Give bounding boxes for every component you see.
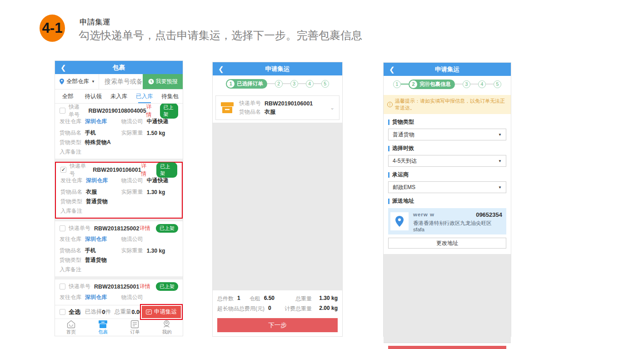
select-all-checkbox[interactable] [60,309,65,315]
tabbar-orders[interactable]: 订单 [119,319,151,336]
search-input[interactable]: 搜索单号或备注 [99,74,143,89]
tracking-no-label: 快递单号 [69,224,90,232]
bottom-tab-bar: 首页 包裹 订单 我的 [55,319,183,336]
phone-screen-package-info: ❮ 申请集运 1 2 完善包裹信息 3 4 5 ! 温馨提示：请如实填写申报信息… [383,62,511,337]
page-title: 申請集運 [80,17,110,27]
tabbar-orders-label: 订单 [130,329,140,335]
logistics-value: 中通快递 [147,118,169,125]
goods-name-label: 货物品名 [60,247,81,254]
step-label: 已选择订单 [237,80,263,87]
next-step-button[interactable]: 下一步 [217,318,338,332]
goods-name-label: 货物品名 [239,108,261,116]
warehouse-dropdown[interactable]: 全部仓库 ▼ [55,74,99,89]
user-icon [162,320,171,329]
tabbar-home-label: 首页 [66,329,76,335]
total-weight-value: 1.30 kg [319,295,338,303]
logistics-label: 物流公司 [121,235,143,243]
goods-name-value: 手机 [85,247,96,254]
clock-icon [148,79,154,85]
goods-type-label: 货物类型 [60,198,82,205]
carrier-select[interactable]: 邮政EMS ▼ [388,181,506,193]
warehouse-link[interactable]: 深圳仓库 [85,235,107,243]
package-checkbox[interactable] [60,284,65,289]
step-circle: 3 [290,80,298,88]
detail-link[interactable]: 详情 [140,224,150,232]
chevron-down-icon[interactable]: ⌄ [330,105,334,111]
tabbar-home[interactable]: 首页 [55,319,87,336]
apply-button-label: 申请集运 [154,308,177,316]
step-number: 1 [227,80,235,88]
detail-link[interactable]: 详情 [140,283,150,290]
step-circle-done: 1 [393,80,401,88]
filter-row: 全部仓库 ▼ 搜索单号或备注 我要预报 [55,74,183,90]
change-address-button[interactable]: 更改地址 [388,238,506,249]
phone-screen-package-list: ❮ 包裹 全部仓库 ▼ 搜索单号或备注 我要预报 全部 待认领 未入库 已入库 … [55,60,183,336]
tracking-no-value: RBW2018125001 [94,284,139,290]
billable-weight-label: 计费总重量 [285,305,312,313]
detail-link[interactable]: 详情 [141,162,151,178]
goods-type-select[interactable]: 普通货物 ▼ [388,129,506,140]
detail-link[interactable]: 详情 [146,104,155,119]
warehouse-label: 发往仓库 [60,294,81,301]
weight-label: 实际重量 [121,129,143,137]
location-pin-icon [395,216,404,227]
app-header: ❮ 申请集运 [213,62,342,75]
home-icon [66,320,76,329]
tracking-no-label: 快递单号 [69,104,85,119]
step-circle: 2 [275,80,283,88]
select-arrow-icon: ▼ [498,185,502,189]
cost-summary: 总件数1 仓租6.50 总重量1.30 kg 超长物品总费用(元)0 计费总重量… [213,290,342,315]
step-label: 完善包裹信息 [419,81,451,88]
total-pieces-label: 总件数 [217,295,234,303]
info-icon: ! [387,102,393,107]
tracking-no-value: RBW2018125002 [94,225,139,232]
oversize-fee-value: 0 [268,305,271,313]
warehouse-link[interactable]: 深圳仓库 [85,118,107,125]
warehouse-link[interactable]: 深圳仓库 [85,294,107,301]
carrier-section-label: 承运商 [388,171,506,179]
storage-fee-value: 6.50 [264,295,275,303]
forecast-button[interactable]: 我要预报 [143,74,183,89]
app-header: ❮ 申请集运 [384,63,511,76]
shipping-icon [146,309,152,314]
tabbar-packages[interactable]: 包裹 [87,319,119,336]
tabbar-me-label: 我的 [162,329,171,335]
package-checkbox[interactable] [60,108,65,114]
tracking-no-value: RBW20190108004005 [89,108,146,114]
delivery-time-select[interactable]: 4-5天到达 ▼ [388,155,506,167]
apply-consolidation-button[interactable]: 申请集运 [142,306,181,318]
address-detail: 香港香港特别行政区九龙油尖旺区sfafa [413,220,502,232]
tab-to-claim[interactable]: 待认领 [80,90,106,103]
step-active: 1 已选择订单 [226,79,267,89]
package-card: 快递单号 RBW20190108004005 详情 已上架 发往仓库深圳仓库物流… [55,104,183,159]
status-badge: 已上架 [156,282,178,291]
apply-button-highlight: 申请集运 [140,304,183,320]
tab-to-pack[interactable]: 待集包 [157,90,183,103]
address-pin-box [390,212,409,230]
tab-not-in-warehouse[interactable]: 未入库 [106,90,131,103]
tracking-no-label: 快递单号 [69,283,90,290]
tabbar-me[interactable]: 我的 [151,319,183,336]
tab-in-warehouse[interactable]: 已入库 [132,90,157,103]
weight-value: 1.30 kg [147,189,165,195]
package-card: 快递单号 RBW2018125001 详情 已上架 发往仓库深圳仓库物流公司 货… [55,279,183,305]
remark-label: 入库备注 [60,148,81,156]
selected-label: 已选择 [85,308,102,316]
status-badge: 已上架 [160,104,178,119]
billable-weight-value: 2.00 kg [319,305,338,313]
forecast-button-label: 我要预报 [156,78,178,85]
progress-stepper: 1 已选择订单 2 3 4 5 [213,75,342,92]
package-list: 快递单号 RBW20190108004005 详情 已上架 发往仓库深圳仓库物流… [55,104,183,305]
goods-type-select-value: 普通货物 [393,131,414,139]
content-placeholder [384,254,511,343]
warehouse-link[interactable]: 深圳仓库 [86,177,108,184]
step-circle: 4 [478,80,486,88]
package-checkbox[interactable] [60,225,65,231]
goods-type-section-label: 货物类型 [388,118,506,126]
tab-all[interactable]: 全部 [55,90,80,103]
recipient-phone: 09652354 [476,211,502,218]
next-step-button[interactable]: 下一步 [388,346,506,349]
oversize-fee-label: 超长物品总费用(元) [217,305,265,313]
package-checkbox-checked[interactable]: ✓ [60,167,66,173]
parcel-icon [220,102,234,114]
